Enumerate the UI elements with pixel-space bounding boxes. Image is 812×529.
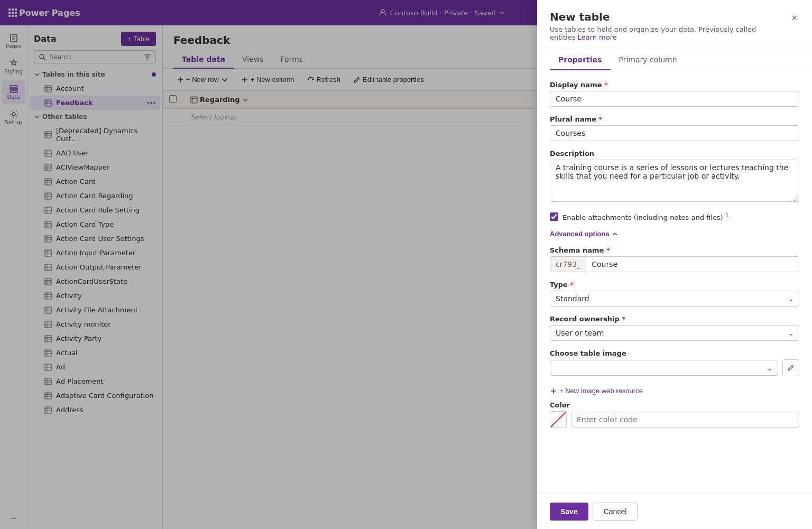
description-label: Description (550, 150, 799, 157)
description-textarea[interactable]: A training course is a series of lessons… (550, 160, 799, 202)
plural-name-input[interactable] (550, 125, 799, 141)
display-name-input[interactable] (550, 91, 799, 107)
table-image-select-wrapper: ⌄ (550, 360, 778, 376)
enable-attachments-row: Enable attachments (including notes and … (550, 212, 799, 221)
panel-tabs: Properties Primary column (537, 50, 812, 70)
schema-prefix-row: cr793_ (550, 256, 799, 272)
form-table-image: Choose table image ⌄ (550, 349, 799, 376)
color-row (550, 411, 799, 428)
panel-footer: Save Cancel (537, 494, 812, 529)
panel-title: New table (550, 11, 761, 23)
close-panel-button[interactable]: × (789, 11, 799, 26)
schema-prefix-text: cr793_ (550, 256, 586, 272)
color-swatch-slash (550, 412, 566, 428)
form-type: Type * Standard Activity Virtual ⌄ (550, 281, 799, 307)
color-label: Color (550, 401, 799, 409)
new-image-resource-button[interactable]: + New image web resource (550, 385, 643, 397)
panel-tab-properties[interactable]: Properties (550, 50, 611, 70)
type-select-wrapper: Standard Activity Virtual ⌄ (550, 291, 799, 307)
schema-name-label: Schema name * (550, 246, 799, 254)
panel-body: Display name * Plural name * Description… (537, 70, 812, 494)
type-label: Type * (550, 281, 799, 289)
pencil-icon (787, 364, 795, 372)
enable-attachments-checkbox[interactable] (550, 212, 558, 221)
record-ownership-select[interactable]: User or team Organization (550, 325, 799, 341)
schema-name-input[interactable] (586, 256, 799, 272)
table-image-select[interactable] (550, 360, 778, 376)
record-ownership-select-wrapper: User or team Organization ⌄ (550, 325, 799, 341)
chevron-up-icon (612, 231, 618, 237)
display-name-label: Display name * (550, 81, 799, 89)
learn-more-link[interactable]: Learn more (578, 33, 617, 41)
table-image-label: Choose table image (550, 349, 799, 357)
form-description: Description A training course is a serie… (550, 150, 799, 203)
plural-name-label: Plural name * (550, 115, 799, 123)
type-select[interactable]: Standard Activity Virtual (550, 291, 799, 307)
form-record-ownership: Record ownership * User or team Organiza… (550, 315, 799, 341)
panel-tab-primary-column[interactable]: Primary column (611, 50, 686, 70)
cancel-button[interactable]: Cancel (593, 503, 638, 521)
color-input[interactable] (571, 412, 799, 428)
save-button[interactable]: Save (550, 503, 588, 521)
form-schema-name: Schema name * cr793_ (550, 246, 799, 272)
edit-image-button[interactable] (782, 359, 799, 376)
form-color: Color (550, 401, 799, 428)
plus-icon-resource (550, 387, 557, 395)
form-plural-name: Plural name * (550, 115, 799, 141)
enable-attachments-label: Enable attachments (including notes and … (562, 212, 729, 221)
advanced-options-toggle[interactable]: Advanced options (550, 230, 618, 238)
form-display-name: Display name * (550, 81, 799, 107)
color-swatch[interactable] (550, 411, 567, 428)
image-row: ⌄ (550, 359, 799, 376)
panel-header: New table Use tables to hold and organiz… (537, 0, 812, 50)
panel: New table Use tables to hold and organiz… (537, 0, 812, 529)
panel-subtitle: Use tables to hold and organize your dat… (550, 25, 761, 41)
record-ownership-label: Record ownership * (550, 315, 799, 323)
